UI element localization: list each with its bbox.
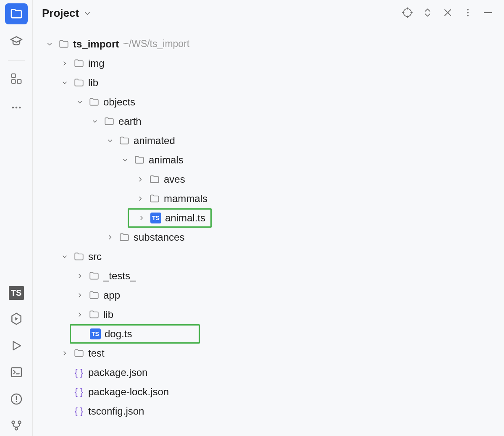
svg-rect-6 — [11, 368, 21, 376]
folder-icon — [58, 38, 70, 50]
chevron-down-icon[interactable] — [120, 155, 130, 165]
tree-row-substances[interactable]: substances — [33, 228, 504, 247]
tree-row-src[interactable]: src — [33, 247, 504, 266]
tree-row-tests[interactable]: _tests_ — [33, 266, 504, 286]
folder-icon — [149, 193, 160, 205]
chevron-down-icon[interactable] — [75, 97, 85, 107]
tree-label: objects — [103, 96, 135, 108]
tree-row-objects[interactable]: objects — [33, 92, 504, 112]
tree-label: ts_import — [73, 38, 119, 50]
tree-row-package-json[interactable]: { } package.json — [33, 363, 504, 382]
chevron-right-icon[interactable] — [135, 194, 145, 204]
svg-point-4 — [15, 107, 17, 109]
chevron-down-icon[interactable] — [60, 252, 70, 262]
tree-row-animated[interactable]: animated — [33, 131, 504, 150]
tree-row-img[interactable]: img — [33, 54, 504, 73]
json-file-icon: { } — [73, 386, 85, 398]
tree-label: animals — [149, 154, 184, 166]
svg-point-13 — [467, 9, 469, 11]
minimize-panel-button[interactable] — [478, 3, 498, 24]
rail-divider — [8, 60, 25, 60]
terminal-icon — [10, 365, 23, 379]
project-tree[interactable]: ts_import ~/WS/ts_import img lib objects… — [33, 27, 504, 428]
panel-options-button[interactable] — [458, 3, 478, 24]
close-panel-button[interactable] — [438, 3, 458, 24]
tree-row-earth[interactable]: earth — [33, 112, 504, 131]
chevron-down-icon[interactable] — [83, 9, 92, 18]
tree-row-package-lock-json[interactable]: { } package-lock.json — [33, 382, 504, 402]
tree-label: test — [88, 347, 105, 360]
tree-label: animated — [134, 135, 175, 147]
structure-tool-button[interactable] — [5, 68, 28, 89]
chevron-down-icon[interactable] — [60, 78, 70, 88]
tree-row-app[interactable]: app — [33, 286, 504, 305]
tree-row-root[interactable]: ts_import ~/WS/ts_import — [33, 34, 504, 54]
tree-path-hint: ~/WS/ts_import — [123, 38, 189, 50]
folder-icon — [134, 154, 145, 166]
tree-row-mammals[interactable]: mammals — [33, 189, 504, 208]
chevron-right-icon[interactable] — [75, 310, 85, 320]
folder-icon — [10, 7, 23, 21]
folder-icon — [118, 231, 130, 243]
folder-icon — [88, 289, 100, 301]
tree-row-aves[interactable]: aves — [33, 170, 504, 189]
chevron-down-icon[interactable] — [105, 136, 115, 146]
tree-row-tsconfig-json[interactable]: { } tsconfig.json — [33, 402, 504, 421]
tree-label: _tests_ — [103, 270, 136, 282]
warning-circle-icon — [10, 392, 23, 406]
vcs-tool-button[interactable] — [5, 415, 28, 436]
typescript-file-icon: TS — [150, 212, 162, 224]
tree-label: app — [103, 289, 120, 302]
run-tool-button[interactable] — [5, 335, 28, 356]
folder-icon — [118, 135, 130, 147]
project-tool-button[interactable] — [5, 3, 28, 24]
folder-icon — [73, 347, 85, 359]
expand-collapse-icon — [422, 7, 433, 20]
svg-point-8 — [16, 401, 17, 402]
tree-label: lib — [103, 309, 113, 321]
json-file-icon: { } — [73, 405, 85, 417]
expand-collapse-button[interactable] — [417, 3, 438, 24]
main-panel: Project — [33, 0, 504, 436]
chevron-down-icon[interactable] — [45, 39, 55, 49]
chevron-right-icon[interactable] — [105, 232, 115, 242]
tree-label: earth — [118, 116, 142, 128]
problems-tool-button[interactable] — [5, 389, 28, 410]
tree-label[interactable]: dog.ts — [105, 328, 132, 340]
folder-icon — [73, 251, 85, 263]
chevron-right-icon[interactable] — [135, 174, 145, 184]
tree-label: mammals — [164, 193, 207, 205]
git-branch-icon — [10, 419, 23, 432]
play-hexagon-icon — [10, 312, 23, 326]
structure-icon — [10, 72, 23, 85]
chevron-right-icon[interactable] — [60, 348, 70, 358]
left-rail: TS — [0, 0, 33, 436]
chevron-right-icon[interactable] — [60, 58, 70, 68]
tree-label: lib — [88, 77, 98, 89]
chevron-down-icon[interactable] — [90, 116, 100, 126]
minimize-icon — [483, 7, 494, 20]
learn-tool-button[interactable] — [5, 31, 28, 52]
tree-row-dog-ts-highlight: TS dog.ts — [33, 324, 504, 344]
chevron-right-icon[interactable] — [136, 213, 147, 223]
tree-row-lib[interactable]: lib — [33, 73, 504, 92]
tree-row-test[interactable]: test — [33, 344, 504, 363]
tree-label: package.json — [88, 367, 147, 379]
folder-icon — [88, 309, 100, 320]
tree-row-srclib[interactable]: lib — [33, 305, 504, 324]
typescript-file-icon: TS — [89, 328, 101, 340]
services-tool-button[interactable] — [5, 308, 28, 329]
highlight-box: TS animal.ts — [128, 208, 212, 228]
typescript-badge[interactable]: TS — [9, 286, 24, 300]
target-icon — [402, 7, 413, 20]
folder-icon — [88, 96, 100, 108]
svg-rect-0 — [11, 74, 15, 78]
select-opened-file-button[interactable] — [397, 3, 417, 24]
more-tool-button[interactable] — [5, 97, 28, 118]
terminal-tool-button[interactable] — [5, 362, 28, 383]
tree-row-animals[interactable]: animals — [33, 150, 504, 170]
tree-label: src — [88, 251, 102, 263]
tree-label[interactable]: animal.ts — [165, 212, 205, 224]
chevron-right-icon[interactable] — [75, 271, 85, 281]
chevron-right-icon[interactable] — [75, 290, 85, 300]
